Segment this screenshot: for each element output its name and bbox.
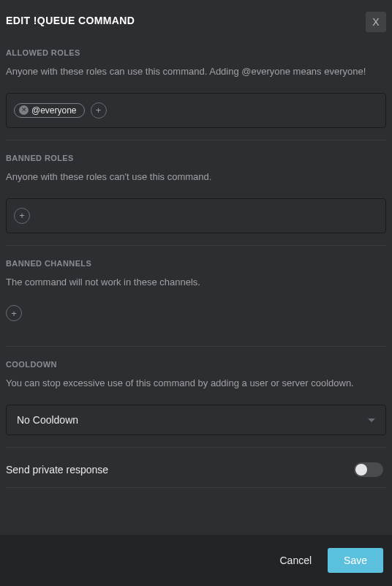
cancel-button[interactable]: Cancel — [276, 549, 314, 572]
add-role-button[interactable]: + — [91, 102, 107, 119]
add-banned-channel-button[interactable]: + — [6, 305, 22, 321]
section-banned-roles: BANNED ROLES Anyone with these roles can… — [6, 154, 386, 233]
cooldown-desc: You can stop excessive use of this comma… — [6, 376, 386, 391]
divider — [6, 447, 386, 448]
section-allowed-roles: ALLOWED ROLES Anyone with these roles ca… — [6, 48, 386, 128]
divider — [6, 140, 386, 140]
allowed-roles-desc: Anyone with these roles can use this com… — [6, 64, 386, 80]
role-chip[interactable]: ✕ @everyone — [14, 103, 85, 118]
banned-roles-input[interactable]: + — [6, 198, 386, 233]
section-banned-channels: BANNED CHANNELS The command will not wor… — [6, 259, 386, 335]
toggle-knob — [355, 464, 367, 476]
section-cooldown: COOLDOWN You can stop excessive use of t… — [6, 360, 386, 435]
allowed-roles-label: ALLOWED ROLES — [6, 48, 386, 57]
private-response-row: Send private response — [6, 461, 386, 487]
chevron-down-icon — [368, 418, 375, 422]
remove-icon[interactable]: ✕ — [19, 105, 29, 115]
private-response-label: Send private response — [6, 464, 108, 476]
modal-footer: Cancel Save — [0, 535, 392, 586]
role-chip-label: @everyone — [31, 105, 77, 116]
banned-channels-label: BANNED CHANNELS — [6, 259, 386, 268]
cooldown-label: COOLDOWN — [6, 360, 386, 369]
divider — [6, 487, 386, 488]
add-banned-role-button[interactable]: + — [14, 208, 30, 224]
close-button[interactable]: X — [366, 12, 386, 32]
allowed-roles-input[interactable]: ✕ @everyone + — [6, 93, 386, 128]
private-response-toggle[interactable] — [354, 462, 383, 477]
divider — [6, 245, 386, 246]
banned-channels-desc: The command will not work in these chann… — [6, 275, 386, 290]
divider — [6, 346, 386, 347]
banned-roles-label: BANNED ROLES — [6, 154, 386, 162]
cooldown-selected-value: No Cooldown — [17, 414, 78, 426]
modal-title: EDIT !QUEUE COMMAND — [6, 12, 135, 26]
plus-icon: + — [96, 105, 102, 115]
cooldown-select[interactable]: No Cooldown — [6, 405, 386, 435]
plus-icon: + — [19, 211, 25, 220]
banned-roles-desc: Anyone with these roles can't use this c… — [6, 170, 386, 185]
save-button[interactable]: Save — [328, 548, 383, 573]
plus-icon: + — [11, 309, 17, 318]
